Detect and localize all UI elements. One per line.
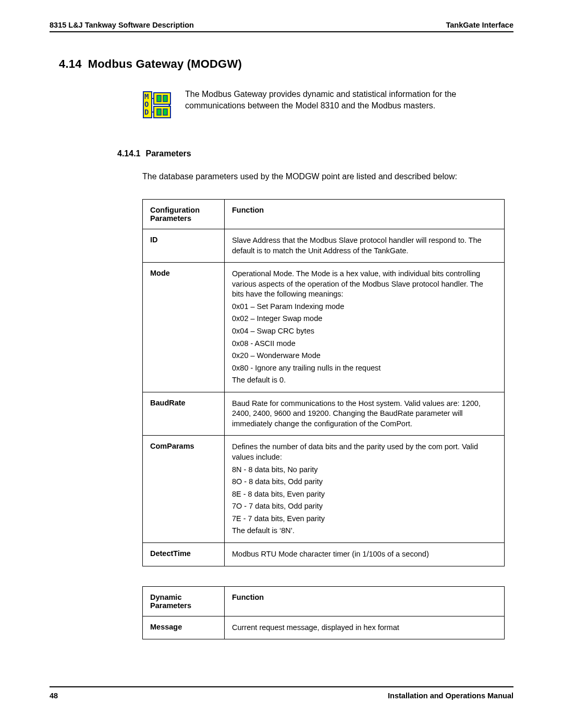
table-row: BaudRateBaud Rate for communications to … bbox=[143, 392, 505, 436]
dynamic-parameters-table: Dynamic Parameters Function MessageCurre… bbox=[142, 586, 505, 640]
param-function-line: The default is 0. bbox=[232, 375, 497, 386]
section-title: Modbus Gateway (MODGW) bbox=[88, 57, 242, 71]
col-header-param: Configuration Parameters bbox=[143, 200, 225, 229]
param-function-line: Slave Address that the Modbus Slave prot… bbox=[232, 236, 497, 256]
param-function-line: 8O - 8 data bits, Odd parity bbox=[232, 477, 497, 487]
section-number: 4.14 bbox=[59, 57, 82, 71]
config-parameters-table: Configuration Parameters Function IDSlav… bbox=[142, 199, 505, 566]
svg-rect-11 bbox=[163, 109, 167, 115]
svg-rect-7 bbox=[163, 95, 167, 102]
param-function: Current request message, displayed in he… bbox=[225, 616, 505, 639]
param-function-line: 8E - 8 data bits, Even parity bbox=[232, 489, 497, 500]
param-name: Mode bbox=[143, 263, 225, 392]
param-name: ID bbox=[143, 229, 225, 263]
svg-text:O: O bbox=[144, 100, 149, 108]
param-name: BaudRate bbox=[143, 392, 225, 436]
param-function-line: 8N - 8 data bits, No parity bbox=[232, 465, 497, 475]
table-header-row: Dynamic Parameters Function bbox=[143, 586, 505, 616]
param-function: Baud Rate for communications to the Host… bbox=[225, 392, 505, 436]
table-row: MessageCurrent request message, displaye… bbox=[143, 616, 505, 639]
param-function: Modbus RTU Mode character timer (in 1/10… bbox=[225, 542, 505, 566]
col-header-param: Dynamic Parameters bbox=[143, 586, 225, 616]
param-name: Message bbox=[143, 616, 225, 639]
section-intro-block: M O D The Modbus Gateway provides dynami… bbox=[142, 89, 513, 120]
param-function-line: 0x01 – Set Param Indexing mode bbox=[232, 302, 497, 312]
param-function-line: Operational Mode. The Mode is a hex valu… bbox=[232, 269, 497, 300]
param-function: Slave Address that the Modbus Slave prot… bbox=[225, 229, 505, 263]
subsection-intro: The database parameters used by the MODG… bbox=[142, 172, 513, 181]
col-header-function: Function bbox=[225, 200, 505, 229]
section-heading: 4.14 Modbus Gateway (MODGW) bbox=[50, 57, 513, 71]
table-row: ComParamsDefines the number of data bits… bbox=[143, 436, 505, 543]
param-function-line: 0x04 – Swap CRC bytes bbox=[232, 326, 497, 337]
svg-text:D: D bbox=[144, 108, 149, 116]
subsection-number: 4.14.1 bbox=[117, 149, 140, 158]
page: 8315 L&J Tankway Software Description Ta… bbox=[0, 0, 563, 728]
header-rule bbox=[50, 31, 513, 32]
svg-rect-6 bbox=[157, 95, 161, 102]
table-row: IDSlave Address that the Modbus Slave pr… bbox=[143, 229, 505, 263]
page-footer: 48 Installation and Operations Manual bbox=[50, 686, 513, 700]
param-function-line: 0x02 – Integer Swap mode bbox=[232, 314, 497, 324]
param-function-line: Baud Rate for communications to the Host… bbox=[232, 399, 497, 429]
param-function-line: 0x20 – Wonderware Mode bbox=[232, 351, 497, 361]
param-function: Defines the number of data bits and the … bbox=[225, 436, 505, 543]
svg-rect-4 bbox=[154, 93, 170, 104]
col-header-function: Function bbox=[225, 586, 505, 616]
svg-rect-8 bbox=[154, 106, 170, 118]
footer-rule bbox=[50, 686, 513, 687]
param-name: DetectTime bbox=[143, 542, 225, 566]
param-function: Operational Mode. The Mode is a hex valu… bbox=[225, 263, 505, 392]
param-function-line: 7E - 7 data bits, Even parity bbox=[232, 514, 497, 524]
svg-rect-10 bbox=[157, 109, 161, 115]
param-function-line: Modbus RTU Mode character timer (in 1/10… bbox=[232, 549, 497, 560]
header-right: TankGate Interface bbox=[446, 21, 513, 29]
table-row: ModeOperational Mode. The Mode is a hex … bbox=[143, 263, 505, 392]
modgw-icon: M O D bbox=[142, 90, 173, 120]
subsection-heading: 4.14.1 Parameters bbox=[117, 149, 513, 158]
header-left: 8315 L&J Tankway Software Description bbox=[50, 21, 194, 29]
param-function-line: 0x08 - ASCII mode bbox=[232, 339, 497, 349]
param-function-line: 0x80 - Ignore any trailing nulls in the … bbox=[232, 363, 497, 374]
svg-text:M: M bbox=[144, 92, 149, 101]
table-header-row: Configuration Parameters Function bbox=[143, 200, 505, 229]
param-function-line: The default is ‘8N’. bbox=[232, 526, 497, 536]
param-function-line: 7O - 7 data bits, Odd parity bbox=[232, 501, 497, 512]
param-function-line: Current request message, displayed in he… bbox=[232, 623, 497, 633]
svg-point-12 bbox=[169, 105, 170, 106]
param-name: ComParams bbox=[143, 436, 225, 543]
section-intro-text: The Modbus Gateway provides dynamic and … bbox=[185, 89, 482, 111]
subsection-title: Parameters bbox=[145, 149, 191, 158]
table-row: DetectTimeModbus RTU Mode character time… bbox=[143, 542, 505, 566]
page-header: 8315 L&J Tankway Software Description Ta… bbox=[50, 21, 513, 29]
footer-manual-title: Installation and Operations Manual bbox=[388, 692, 513, 700]
param-function-line: Defines the number of data bits and the … bbox=[232, 442, 497, 462]
page-number: 48 bbox=[50, 692, 58, 700]
